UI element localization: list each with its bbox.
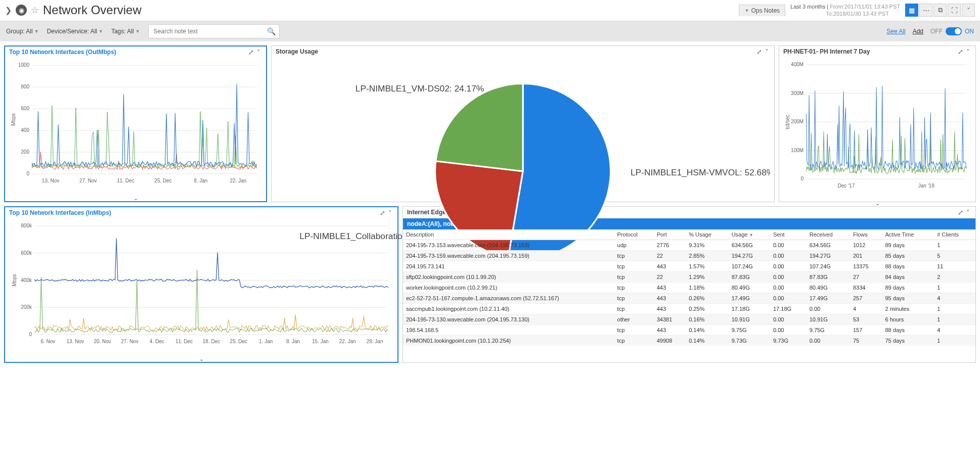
- device-filter[interactable]: Device/Service: All▼: [47, 28, 103, 35]
- expand-icon[interactable]: ⤢: [755, 48, 764, 56]
- svg-text:600: 600: [21, 106, 29, 111]
- svg-text:6. Nov: 6. Nov: [40, 339, 55, 344]
- see-all-link[interactable]: See All: [886, 28, 905, 35]
- table-row[interactable]: 204-195-73-153.wavecable.com (204.195.73…: [403, 240, 975, 250]
- more-options-button[interactable]: ⋯: [919, 4, 932, 17]
- svg-text:13. Nov: 13. Nov: [42, 178, 59, 183]
- fullscreen-button[interactable]: ⛶: [948, 4, 961, 17]
- out-mbps-chart: 02004006008001000Mbps13. Nov27. Nov11. D…: [9, 60, 262, 186]
- dashboard-icon: ◉: [16, 5, 27, 16]
- table-row[interactable]: ec2-52-72-51-167.compute-1.amazonaws.com…: [403, 293, 975, 303]
- svg-text:25. Dec: 25. Dec: [230, 339, 247, 344]
- table-row[interactable]: PHMON01.lookingpoint.com (10.1.20.254)tc…: [403, 335, 975, 346]
- expand-icon[interactable]: ⤢: [956, 209, 965, 216]
- table-row[interactable]: worker.lookingpoint.com (10.2.99.21)tcp4…: [403, 282, 975, 293]
- svg-text:Jan '18: Jan '18: [918, 183, 934, 189]
- widget-storage-usage: Storage Usage ⤢ ˅ LP-NIMBLE1_VM-DS02: 24…: [271, 45, 775, 202]
- column-header[interactable]: # Clients: [934, 229, 975, 240]
- table-row[interactable]: 204-195-73-130.wavecable.com (204.195.73…: [403, 314, 975, 324]
- widget-menu-icon[interactable]: ˅: [764, 48, 770, 56]
- column-header[interactable]: Port: [654, 229, 686, 240]
- svg-text:1. Jan: 1. Jan: [259, 339, 273, 344]
- table-row[interactable]: saccmpub1.lookingpoint.com (10.2.11.40)t…: [403, 303, 975, 314]
- table-row[interactable]: sftp02.lookingpoint.com (10.1.99.20)tcp2…: [403, 271, 975, 282]
- widget-in-mbps: Top 10 Network Interfaces (InMbps) ⤢ ˅ 0…: [4, 206, 398, 363]
- svg-text:300M: 300M: [791, 90, 804, 96]
- dropdown-button[interactable]: ˅: [962, 4, 975, 17]
- svg-text:25. Dec: 25. Dec: [154, 178, 171, 183]
- widget-expand-legend[interactable]: ⌄: [5, 195, 266, 202]
- widget-top-talkers: Internet Edge - Top Talkers ⤢ ˅ nodeA:(A…: [403, 206, 976, 363]
- widget-title: Storage Usage: [276, 48, 755, 55]
- column-header[interactable]: Flows: [850, 229, 882, 240]
- svg-text:bit/sec: bit/sec: [785, 114, 790, 129]
- add-link[interactable]: Add: [913, 28, 923, 35]
- column-header[interactable]: Usage: [729, 229, 770, 240]
- widget-menu-icon[interactable]: ˅: [965, 48, 971, 56]
- in-mbps-chart: 0200k400k600k800kMbps6. Nov13. Nov20. No…: [9, 221, 393, 347]
- column-header[interactable]: Received: [807, 229, 850, 240]
- collapse-sidebar-icon[interactable]: ❯: [5, 6, 12, 15]
- svg-text:Dec '17: Dec '17: [838, 183, 855, 189]
- filter-bar: Group: All▼ Device/Service: All▼ Tags: A…: [0, 21, 980, 41]
- caret-down-icon: ▼: [136, 29, 140, 34]
- expand-icon[interactable]: ⤢: [956, 48, 965, 56]
- svg-text:1000: 1000: [18, 62, 30, 68]
- svg-text:600k: 600k: [21, 250, 32, 255]
- widget-menu-icon[interactable]: ˅: [255, 49, 262, 56]
- widget-title: Top 10 Network Interfaces (OutMbps): [9, 49, 247, 56]
- svg-text:800k: 800k: [21, 223, 32, 228]
- ops-notes-label: Ops Notes: [751, 7, 780, 14]
- svg-text:Mbps: Mbps: [12, 274, 17, 286]
- column-header[interactable]: Active Time: [882, 229, 934, 240]
- calendar-button[interactable]: ▦: [905, 4, 918, 17]
- favorite-star-icon[interactable]: ☆: [31, 5, 39, 16]
- table-row[interactable]: 204.195.73.141tcp4431.57%107.24G0.00107.…: [403, 261, 975, 271]
- search-icon[interactable]: 🔍: [267, 27, 276, 35]
- svg-text:400: 400: [21, 127, 29, 133]
- svg-text:200k: 200k: [21, 304, 32, 310]
- search-wrap: 🔍: [148, 24, 280, 38]
- tags-filter[interactable]: Tags: All▼: [111, 28, 140, 35]
- time-range-display[interactable]: Last 3 months | From:2017/11/01 13:43 PS…: [786, 3, 904, 18]
- svg-text:8. Jan: 8. Jan: [286, 339, 300, 344]
- ops-notes-tab[interactable]: ▼ Ops Notes: [739, 5, 785, 16]
- column-header[interactable]: Sent: [770, 229, 807, 240]
- inet-7day-chart: 0100M200M300M400Mbit/secDec '17Jan '18: [783, 60, 971, 192]
- page-header: ❯ ◉ ☆ Network Overview ▼ Ops Notes Last …: [0, 0, 980, 21]
- table-row[interactable]: 198.54.168.5tcp4430.14%9.75G0.009.75G157…: [403, 324, 975, 335]
- caret-down-icon: ▼: [99, 29, 103, 34]
- svg-text:0: 0: [801, 176, 804, 181]
- svg-text:29. Jan: 29. Jan: [367, 339, 383, 344]
- column-header[interactable]: % Usage: [686, 229, 728, 240]
- widget-out-mbps: Top 10 Network Interfaces (OutMbps) ⤢ ˅ …: [4, 45, 267, 202]
- page-title: Network Overview: [43, 3, 142, 17]
- widget-menu-icon[interactable]: ˅: [965, 209, 971, 216]
- svg-text:800: 800: [21, 84, 29, 89]
- svg-text:11. Dec: 11. Dec: [117, 178, 134, 183]
- table-row[interactable]: 204-195-73-159.wavecable.com (204.195.73…: [403, 250, 975, 261]
- svg-text:200: 200: [21, 149, 29, 155]
- svg-text:LP-NIMBLE1_VM-DS02: 24.17%: LP-NIMBLE1_VM-DS02: 24.17%: [355, 83, 484, 94]
- svg-text:15. Jan: 15. Jan: [312, 339, 329, 344]
- caret-down-icon: ▼: [34, 29, 39, 34]
- toggle-switch[interactable]: [946, 27, 962, 35]
- widget-title: PH-INET-01- PH Internet 7 Day: [783, 48, 956, 55]
- svg-text:22. Jan: 22. Jan: [339, 339, 356, 344]
- svg-text:400k: 400k: [21, 277, 32, 283]
- column-header[interactable]: Description: [403, 229, 614, 240]
- expand-icon[interactable]: ⤢: [247, 49, 255, 56]
- svg-text:13. Nov: 13. Nov: [67, 339, 84, 344]
- svg-text:0: 0: [26, 171, 29, 176]
- svg-text:8. Jan: 8. Jan: [194, 178, 207, 183]
- group-filter[interactable]: Group: All▼: [6, 28, 39, 35]
- search-input[interactable]: [148, 24, 280, 38]
- ops-notes-toggle[interactable]: OFF ON: [930, 27, 974, 35]
- widget-expand-legend[interactable]: ⌄: [5, 355, 397, 363]
- svg-text:18. Dec: 18. Dec: [203, 339, 220, 344]
- svg-text:27. Nov: 27. Nov: [121, 339, 138, 344]
- clone-button[interactable]: ⧉: [933, 4, 947, 17]
- top-talkers-table: DescriptionProtocolPort% UsageUsageSentR…: [403, 229, 975, 346]
- svg-text:0: 0: [29, 332, 32, 337]
- column-header[interactable]: Protocol: [614, 229, 654, 240]
